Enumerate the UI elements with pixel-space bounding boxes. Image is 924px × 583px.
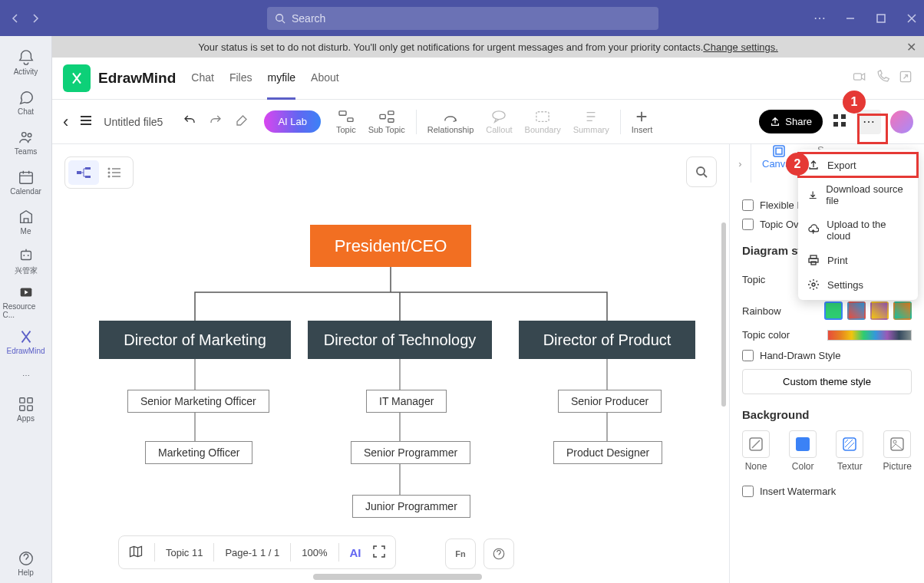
grid-icon[interactable] [832,113,847,131]
canvas[interactable]: President/CEO Director of Marketing Dire… [52,144,729,583]
canvas-search-button[interactable] [686,156,717,187]
bg-none[interactable]: None [742,430,770,472]
node-ceo[interactable]: President/CEO [310,225,471,267]
share-icon [770,117,780,127]
zoom-level[interactable]: 100% [302,547,327,558]
v-scrollbar[interactable] [721,222,726,407]
tool-topic[interactable]: Topic [336,110,356,134]
node-sub[interactable]: Senior Producer [558,390,662,413]
file-name[interactable]: Untitled file5 [104,116,163,128]
search-input[interactable]: Search [267,7,658,30]
more-button[interactable]: ⋯ [856,110,881,134]
node-sub[interactable]: Senior Marketing Officer [127,390,269,413]
dd-settings[interactable]: Settings [798,272,918,297]
svg-rect-35 [774,146,784,156]
rainbow-opt[interactable] [870,301,889,320]
rail-xingguanjia[interactable]: 兴管家 [3,242,49,282]
tool-relationship[interactable]: Relationship [427,110,474,134]
fn-button[interactable]: Fn [445,539,476,569]
tool-subtopic[interactable]: Sub Topic [368,110,405,134]
rail-teams[interactable]: Teams [3,122,49,162]
rail-activity[interactable]: Activity [3,42,49,82]
menu-icon[interactable] [79,114,93,130]
bg-texture[interactable]: Textur [836,430,863,472]
color-strip[interactable] [827,330,912,341]
svg-point-47 [812,283,815,286]
app-logo [63,64,91,92]
rail-more[interactable]: ⋯ [3,361,49,389]
nav-forward[interactable] [26,9,45,28]
close-button[interactable] [906,12,918,25]
rail-label: Help [18,568,34,577]
minimize-button[interactable] [844,12,856,25]
tool-insert[interactable]: Insert [632,110,653,134]
dd-download[interactable]: Download source file [798,177,918,212]
help-button[interactable] [483,539,514,569]
app-header: EdrawMind Chat Files myfile About [52,58,924,100]
node-sub[interactable]: Marketing Officer [145,441,252,464]
page-info[interactable]: Page-1 1 / 1 [225,547,279,558]
node-dir-marketing[interactable]: Director of Marketing [99,321,291,359]
tab-files[interactable]: Files [229,58,252,100]
redo-icon[interactable] [209,114,223,130]
rail-apps[interactable]: Apps [3,389,49,429]
rail-me[interactable]: Me [3,202,49,242]
view-outline[interactable] [99,160,130,185]
rail-chat[interactable]: Chat [3,82,49,122]
svg-rect-41 [843,438,856,450]
h-scrollbar[interactable] [313,574,482,580]
status-link[interactable]: Change settings. [703,41,778,53]
tab-chat[interactable]: Chat [191,58,214,100]
tool-callout[interactable]: Callout [486,110,512,134]
ai-icon[interactable]: AI [350,546,361,559]
share-button[interactable]: Share [759,110,823,133]
dd-print[interactable]: Print [798,248,918,272]
node-dir-technology[interactable]: Director of Technology [308,321,492,359]
node-sub[interactable]: Product Designer [553,441,662,464]
rainbow-opt[interactable] [824,301,843,320]
bg-picture[interactable]: Picture [883,430,912,472]
watermark-checkbox[interactable]: Insert Watermark [742,486,912,497]
tab-about[interactable]: About [311,58,339,100]
ai-lab-button[interactable]: AI Lab [264,110,321,133]
node-sub[interactable]: IT Manager [366,390,447,413]
avatar[interactable] [890,110,913,133]
hand-drawn-checkbox[interactable]: Hand-Drawn Style [742,350,912,361]
map-icon[interactable] [128,544,144,562]
status-close-icon[interactable]: ✕ [906,40,916,54]
svg-rect-16 [339,110,346,114]
status-text: Your status is set to do not disturb. Yo… [198,41,703,53]
bg-color[interactable]: Color [789,430,817,472]
svg-point-31 [108,172,111,174]
tool-boundary[interactable]: Boundary [525,110,561,134]
label-rainbow: Rainbow [742,305,781,317]
app-name: EdrawMind [98,70,176,87]
dd-upload[interactable]: Upload to the cloud [798,212,918,248]
panel-expand[interactable]: › [730,144,751,183]
dd-export[interactable]: Export [798,153,918,177]
rail-resource[interactable]: Resource C... [3,282,49,321]
tool-summary[interactable]: Summary [573,110,609,134]
rainbow-opt[interactable] [847,301,866,320]
rail-edrawmind[interactable]: EdrawMind [3,321,49,361]
phone-icon[interactable] [875,69,890,87]
custom-theme-button[interactable]: Custom theme style [742,369,912,394]
rail-help[interactable]: Help [3,543,49,583]
tab-myfile[interactable]: myfile [267,58,295,100]
node-dir-product[interactable]: Director of Product [519,321,695,359]
brush-icon[interactable] [235,114,249,130]
rainbow-opt[interactable] [893,301,912,320]
popout-icon[interactable] [898,69,913,87]
view-mindmap[interactable] [68,160,99,185]
fullscreen-icon[interactable] [372,545,386,561]
callout-badge-1: 1 [843,91,866,114]
node-sub[interactable]: Senior Programmer [351,441,470,464]
nav-back[interactable] [6,9,25,28]
undo-icon[interactable] [183,114,196,130]
app-menu-icon[interactable]: ⋯ [813,11,826,25]
maximize-button[interactable] [875,12,887,25]
node-sub[interactable]: Junior Programmer [352,495,470,518]
video-icon[interactable] [852,69,867,87]
rail-calendar[interactable]: Calendar [3,162,49,202]
back-icon[interactable]: ‹ [63,112,68,132]
